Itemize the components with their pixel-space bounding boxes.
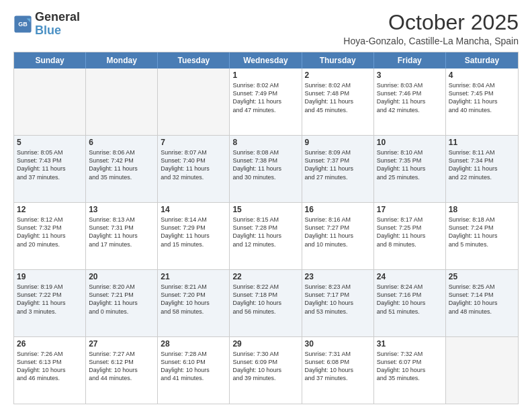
calendar-cell: 29Sunrise: 7:30 AM Sunset: 6:09 PM Dayli…	[230, 337, 302, 404]
cell-info: Sunrise: 8:10 AM Sunset: 7:35 PM Dayligh…	[377, 148, 443, 181]
month-title: October 2025	[343, 11, 519, 34]
cell-number: 1	[232, 71, 298, 80]
cell-info: Sunrise: 8:12 AM Sunset: 7:32 PM Dayligh…	[17, 216, 83, 248]
logo-icon: GB	[13, 15, 32, 34]
calendar: SundayMondayTuesdayWednesdayThursdayFrid…	[13, 52, 519, 404]
calendar-cell: 1Sunrise: 8:02 AM Sunset: 7:49 PM Daylig…	[230, 68, 302, 135]
calendar-cell: 14Sunrise: 8:14 AM Sunset: 7:29 PM Dayli…	[158, 203, 230, 269]
day-header-wednesday: Wednesday	[230, 52, 302, 68]
calendar-cell: 21Sunrise: 8:21 AM Sunset: 7:20 PM Dayli…	[158, 270, 230, 336]
logo-line2: Blue	[35, 24, 80, 38]
cell-info: Sunrise: 8:05 AM Sunset: 7:43 PM Dayligh…	[17, 148, 83, 181]
cell-number: 12	[17, 205, 83, 214]
calendar-cell	[14, 68, 86, 135]
cell-info: Sunrise: 8:02 AM Sunset: 7:49 PM Dayligh…	[232, 81, 298, 114]
cell-info: Sunrise: 8:16 AM Sunset: 7:27 PM Dayligh…	[305, 216, 371, 248]
cell-number: 25	[449, 272, 515, 281]
cell-number: 24	[377, 272, 443, 281]
cell-number: 22	[232, 272, 298, 281]
calendar-cell: 31Sunrise: 7:32 AM Sunset: 6:07 PM Dayli…	[374, 337, 446, 404]
calendar-cell: 17Sunrise: 8:17 AM Sunset: 7:25 PM Dayli…	[374, 203, 446, 269]
cell-number: 8	[232, 138, 298, 147]
calendar-cell: 6Sunrise: 8:06 AM Sunset: 7:42 PM Daylig…	[86, 136, 158, 202]
calendar-cell: 16Sunrise: 8:16 AM Sunset: 7:27 PM Dayli…	[302, 203, 374, 269]
cell-info: Sunrise: 8:03 AM Sunset: 7:46 PM Dayligh…	[377, 81, 443, 114]
calendar-cell: 23Sunrise: 8:23 AM Sunset: 7:17 PM Dayli…	[302, 270, 374, 336]
cell-info: Sunrise: 8:15 AM Sunset: 7:28 PM Dayligh…	[232, 216, 298, 248]
cell-number: 17	[377, 205, 443, 214]
calendar-cell: 25Sunrise: 8:25 AM Sunset: 7:14 PM Dayli…	[446, 270, 518, 336]
cell-info: Sunrise: 8:18 AM Sunset: 7:24 PM Dayligh…	[449, 216, 515, 248]
cell-info: Sunrise: 8:07 AM Sunset: 7:40 PM Dayligh…	[161, 148, 226, 181]
cell-info: Sunrise: 7:26 AM Sunset: 6:13 PM Dayligh…	[17, 350, 83, 383]
cell-number: 5	[17, 138, 83, 147]
calendar-cell: 7Sunrise: 8:07 AM Sunset: 7:40 PM Daylig…	[158, 136, 230, 202]
cell-number: 4	[449, 71, 515, 80]
calendar-cell: 26Sunrise: 7:26 AM Sunset: 6:13 PM Dayli…	[14, 337, 86, 404]
cell-number: 28	[161, 339, 226, 349]
cell-number: 10	[377, 138, 443, 147]
calendar-cell: 22Sunrise: 8:22 AM Sunset: 7:18 PM Dayli…	[230, 270, 302, 336]
calendar-body: 1Sunrise: 8:02 AM Sunset: 7:49 PM Daylig…	[14, 68, 518, 404]
calendar-cell: 13Sunrise: 8:13 AM Sunset: 7:31 PM Dayli…	[86, 203, 158, 269]
day-header-tuesday: Tuesday	[158, 52, 230, 68]
calendar-cell: 19Sunrise: 8:19 AM Sunset: 7:22 PM Dayli…	[14, 270, 86, 336]
location: Hoya-Gonzalo, Castille-La Mancha, Spain	[343, 36, 519, 46]
cell-number: 13	[89, 205, 154, 214]
calendar-cell: 2Sunrise: 8:02 AM Sunset: 7:48 PM Daylig…	[302, 68, 374, 135]
calendar-cell: 3Sunrise: 8:03 AM Sunset: 7:46 PM Daylig…	[374, 68, 446, 135]
cell-info: Sunrise: 8:09 AM Sunset: 7:37 PM Dayligh…	[305, 148, 371, 181]
calendar-row-1: 5Sunrise: 8:05 AM Sunset: 7:43 PM Daylig…	[14, 136, 518, 203]
day-header-saturday: Saturday	[446, 52, 518, 68]
cell-info: Sunrise: 7:30 AM Sunset: 6:09 PM Dayligh…	[232, 350, 298, 383]
cell-number: 11	[449, 138, 515, 147]
calendar-cell: 24Sunrise: 8:24 AM Sunset: 7:16 PM Dayli…	[374, 270, 446, 336]
cell-number: 29	[232, 339, 298, 349]
logo-text: General Blue	[35, 11, 80, 38]
cell-info: Sunrise: 8:17 AM Sunset: 7:25 PM Dayligh…	[377, 216, 443, 248]
calendar-cell: 5Sunrise: 8:05 AM Sunset: 7:43 PM Daylig…	[14, 136, 86, 202]
calendar-cell: 12Sunrise: 8:12 AM Sunset: 7:32 PM Dayli…	[14, 203, 86, 269]
cell-number: 7	[161, 138, 226, 147]
cell-info: Sunrise: 8:20 AM Sunset: 7:21 PM Dayligh…	[89, 283, 154, 316]
cell-number: 23	[305, 272, 371, 281]
cell-number: 2	[305, 71, 371, 80]
cell-info: Sunrise: 8:21 AM Sunset: 7:20 PM Dayligh…	[161, 283, 226, 316]
cell-info: Sunrise: 8:08 AM Sunset: 7:38 PM Dayligh…	[232, 148, 298, 181]
cell-number: 14	[161, 205, 226, 214]
cell-number: 26	[17, 339, 83, 349]
cell-info: Sunrise: 8:02 AM Sunset: 7:48 PM Dayligh…	[305, 81, 371, 114]
svg-text:GB: GB	[18, 21, 28, 28]
header: GB General Blue October 2025 Hoya-Gonzal…	[13, 11, 519, 46]
cell-info: Sunrise: 8:13 AM Sunset: 7:31 PM Dayligh…	[89, 216, 154, 248]
cell-info: Sunrise: 8:14 AM Sunset: 7:29 PM Dayligh…	[161, 216, 226, 248]
calendar-cell	[446, 337, 518, 404]
logo: GB General Blue	[13, 11, 80, 38]
cell-number: 16	[305, 205, 371, 214]
day-headers: SundayMondayTuesdayWednesdayThursdayFrid…	[14, 52, 518, 68]
cell-info: Sunrise: 8:19 AM Sunset: 7:22 PM Dayligh…	[17, 283, 83, 316]
calendar-cell: 28Sunrise: 7:28 AM Sunset: 6:10 PM Dayli…	[158, 337, 230, 404]
cell-number: 27	[89, 339, 154, 349]
cell-number: 6	[89, 138, 154, 147]
calendar-cell: 30Sunrise: 7:31 AM Sunset: 6:08 PM Dayli…	[302, 337, 374, 404]
cell-info: Sunrise: 8:11 AM Sunset: 7:34 PM Dayligh…	[449, 148, 515, 181]
cell-info: Sunrise: 8:23 AM Sunset: 7:17 PM Dayligh…	[305, 283, 371, 316]
calendar-cell: 8Sunrise: 8:08 AM Sunset: 7:38 PM Daylig…	[230, 136, 302, 202]
cell-info: Sunrise: 7:31 AM Sunset: 6:08 PM Dayligh…	[305, 350, 371, 383]
calendar-row-0: 1Sunrise: 8:02 AM Sunset: 7:49 PM Daylig…	[14, 68, 518, 136]
cell-number: 19	[17, 272, 83, 281]
cell-info: Sunrise: 8:04 AM Sunset: 7:45 PM Dayligh…	[449, 81, 515, 114]
logo-line1: General	[35, 11, 80, 24]
calendar-cell: 15Sunrise: 8:15 AM Sunset: 7:28 PM Dayli…	[230, 203, 302, 269]
cell-info: Sunrise: 8:22 AM Sunset: 7:18 PM Dayligh…	[232, 283, 298, 316]
calendar-cell	[158, 68, 230, 135]
cell-info: Sunrise: 8:06 AM Sunset: 7:42 PM Dayligh…	[89, 148, 154, 181]
cell-info: Sunrise: 7:27 AM Sunset: 6:12 PM Dayligh…	[89, 350, 154, 383]
calendar-row-3: 19Sunrise: 8:19 AM Sunset: 7:22 PM Dayli…	[14, 270, 518, 337]
cell-number: 30	[305, 339, 371, 349]
title-block: October 2025 Hoya-Gonzalo, Castille-La M…	[343, 11, 519, 46]
calendar-cell: 10Sunrise: 8:10 AM Sunset: 7:35 PM Dayli…	[374, 136, 446, 202]
calendar-cell: 4Sunrise: 8:04 AM Sunset: 7:45 PM Daylig…	[446, 68, 518, 135]
cell-number: 18	[449, 205, 515, 214]
